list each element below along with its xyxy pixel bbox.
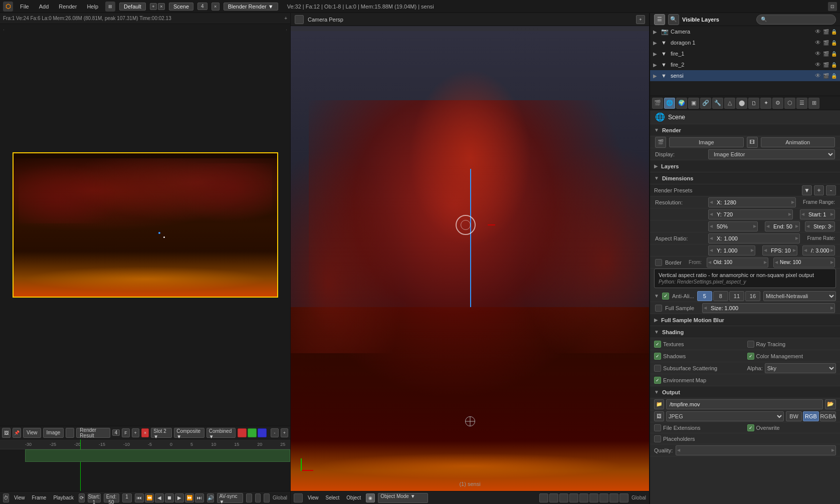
composite-select[interactable]: Composite ▼	[174, 428, 204, 438]
next-keyframe-btn[interactable]: ⏩	[185, 493, 194, 502]
doragon-render-icon[interactable]: 🎬	[823, 40, 829, 46]
bw-btn[interactable]: BW	[786, 411, 802, 421]
aspect-y-field[interactable]: Y: 1.000	[708, 245, 755, 256]
extra2-props-icon[interactable]: ☰	[796, 98, 807, 109]
ray-tracing-checkbox[interactable]	[747, 341, 754, 348]
viewport-type-icon[interactable]	[295, 15, 304, 24]
alpha-select[interactable]: Sky	[765, 363, 836, 373]
fire2-extra-icon[interactable]: 🔒	[831, 62, 837, 68]
extra1-props-icon[interactable]: ⬡	[784, 98, 795, 109]
delete-scene-btn[interactable]: ×	[158, 3, 165, 10]
viewport-extra4-btn[interactable]	[589, 493, 598, 502]
resolution-x-field[interactable]: X: 1280	[708, 197, 796, 207]
outliner-item-fire2[interactable]: ▶ ▼ fire_2 👁 🎬 🔒	[650, 59, 840, 70]
viewport-extra3-btn[interactable]	[579, 493, 588, 502]
viewport-3d[interactable]: (1) sensi	[291, 26, 649, 491]
fire2-visibility-icon[interactable]: 👁	[815, 61, 821, 68]
viewport-extra7-btn[interactable]	[619, 493, 628, 502]
info-collapse-btn[interactable]: +	[284, 16, 287, 21]
border-checkbox[interactable]	[655, 259, 662, 266]
editor-type-btn[interactable]: ⏱	[3, 493, 9, 502]
world-props-icon[interactable]: 🌍	[676, 98, 687, 109]
menu-playback[interactable]: Playback	[51, 494, 76, 501]
layers-section-header[interactable]: ▶ Layers	[650, 160, 840, 172]
slot-select[interactable]: Slot 2 ▼	[151, 428, 172, 438]
file-ext-checkbox[interactable]	[654, 424, 661, 431]
output-section-header[interactable]: ▼ Output	[650, 386, 840, 398]
display-select[interactable]: Image Editor	[708, 149, 835, 159]
stop-btn[interactable]: ⏹	[165, 493, 174, 502]
green-channel-btn[interactable]	[248, 428, 257, 437]
start-frame-field[interactable]: Start: 1	[800, 209, 835, 219]
scene-close-btn[interactable]: ×	[212, 3, 220, 11]
data-props-icon[interactable]: △	[724, 98, 735, 109]
outliner-item-sensi[interactable]: ▶ ▼ sensi 👁 🎬 🔒	[650, 70, 840, 81]
sensi-extra-icon[interactable]: 🔒	[831, 73, 837, 79]
object-props-icon[interactable]: ▣	[688, 98, 699, 109]
image-editor-type-btn[interactable]: 🖼	[2, 428, 11, 438]
border-old-field[interactable]: Old: 100	[707, 258, 768, 268]
zoom-in-btn[interactable]: +	[281, 428, 288, 437]
menu-object[interactable]: Object	[344, 494, 363, 501]
fire2-render-icon[interactable]: 🎬	[823, 62, 829, 68]
mode-select[interactable]: Object Mode ▼	[378, 493, 428, 503]
outliner-item-doragon[interactable]: ▶ ▼ doragon 1 👁 🎬 🔒	[650, 37, 840, 48]
view-btn[interactable]: ☰	[654, 14, 665, 25]
frame-step-icon[interactable]	[264, 493, 270, 502]
viewport-overlay-btn[interactable]	[549, 493, 558, 502]
fps-divisor-field[interactable]: /: 3.000	[802, 245, 835, 256]
rgba-btn[interactable]: RGBA	[820, 411, 836, 421]
prev-keyframe-btn[interactable]: ⏪	[145, 493, 154, 502]
play-reverse-btn[interactable]: ◀	[155, 493, 164, 502]
step-frame-field[interactable]: Step: 3	[805, 221, 835, 231]
modifier-props-icon[interactable]: 🔧	[712, 98, 723, 109]
fire1-extra-icon[interactable]: 🔒	[831, 51, 837, 57]
color-management-checkbox[interactable]: ✓	[747, 353, 754, 360]
render-engine-select[interactable]: Blender Render ▼	[224, 3, 278, 11]
viewport-maximize-btn[interactable]: +	[636, 15, 645, 24]
jump-start-btn[interactable]: ⏮	[135, 493, 144, 502]
start-frame-input[interactable]: Start: 1	[88, 493, 101, 502]
sensi-visibility-icon[interactable]: 👁	[815, 72, 821, 79]
menu-frame[interactable]: Frame	[30, 494, 49, 501]
aa-checkbox[interactable]: ✓	[662, 293, 669, 300]
aa-filter-select[interactable]: Mitchell-Netravali	[763, 291, 836, 301]
search-input[interactable]: 🔍	[756, 15, 836, 25]
menu-select[interactable]: Select	[324, 494, 342, 501]
env-map-checkbox[interactable]: ✓	[654, 377, 661, 384]
viewport-extra-btn[interactable]	[559, 493, 568, 502]
render-result-label[interactable]: Render Result	[76, 428, 110, 438]
viewport-extra5-btn[interactable]	[599, 493, 608, 502]
red-channel-btn[interactable]	[238, 428, 247, 437]
end-frame-field[interactable]: End: 50	[765, 221, 800, 231]
outliner-item-fire1[interactable]: ▶ ▼ fire_1 👁 🎬 🔒	[650, 48, 840, 59]
render-section-header[interactable]: ▼ Render	[650, 124, 840, 136]
placeholders-checkbox[interactable]	[654, 435, 661, 442]
doragon-visibility-icon[interactable]: 👁	[815, 39, 821, 46]
shadows-checkbox[interactable]: ✓	[654, 353, 661, 360]
play-btn[interactable]: ▶	[175, 493, 184, 502]
format-select[interactable]: JPEG	[666, 411, 784, 421]
presets-select-btn[interactable]: ▼	[802, 185, 812, 195]
image-pin-btn[interactable]: 📌	[13, 428, 21, 438]
output-path-input[interactable]	[666, 399, 823, 409]
window-icon[interactable]: ⊡	[828, 2, 837, 11]
fps-field[interactable]: FPS: 10	[762, 245, 797, 256]
engine-select[interactable]: Default	[119, 3, 146, 11]
browse-path-btn[interactable]: 📂	[825, 399, 836, 409]
blender-logo-icon[interactable]: ⬡	[3, 2, 13, 12]
sync-select[interactable]: AV-sync ▼	[217, 493, 243, 503]
menu-help[interactable]: Help	[84, 3, 101, 11]
camera-visibility-icon[interactable]: 👁	[815, 28, 821, 35]
keying-icon[interactable]	[246, 493, 252, 502]
end-frame-input[interactable]: End: 50	[104, 493, 119, 502]
quality-field[interactable]	[676, 445, 836, 455]
aa-8-btn[interactable]: 8	[713, 291, 728, 301]
viewport-extra6-btn[interactable]	[609, 493, 618, 502]
camera-render-icon[interactable]: 🎬	[823, 29, 829, 35]
aa-11-btn[interactable]: 11	[729, 291, 744, 301]
audio-icon[interactable]: 🔊	[207, 493, 214, 502]
add-scene-btn[interactable]: +	[150, 3, 157, 10]
physics-props-icon[interactable]: ⚙	[772, 98, 783, 109]
close-slot-btn[interactable]: ×	[141, 428, 149, 437]
